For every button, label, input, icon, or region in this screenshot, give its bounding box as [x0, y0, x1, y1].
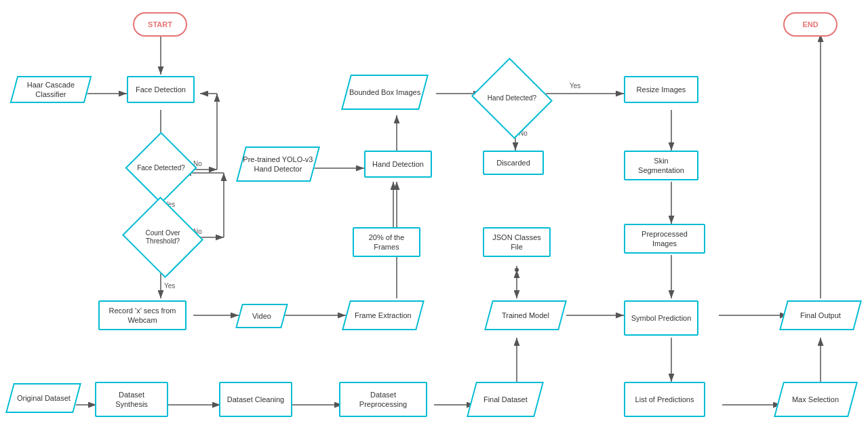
list-predictions-label: List of Predictions: [635, 395, 694, 404]
discarded-node: Discarded: [483, 151, 544, 175]
twenty-percent-node: 20% of the Frames: [353, 227, 420, 257]
discarded-label: Discarded: [496, 158, 530, 167]
original-dataset-node: Original Dataset: [5, 383, 81, 413]
record-webcam-node: Record 'x' secs from Webcam: [98, 300, 186, 330]
hand-detection-node: Hand Detection: [364, 151, 432, 178]
start-label: START: [148, 20, 172, 29]
max-selection-node: Max Selection: [774, 382, 858, 417]
bounded-box-label: Bounded Box Images: [349, 87, 420, 97]
trained-model-node: Trained Model: [484, 300, 567, 330]
haar-cascade-node: Haar Cascade Classifier: [10, 76, 92, 103]
hand-detection-label: Hand Detection: [372, 159, 424, 169]
face-detection-label: Face Detection: [136, 85, 186, 94]
resize-images-node: Resize Images: [624, 76, 698, 103]
dataset-cleaning-node: Dataset Cleaning: [219, 382, 292, 417]
dataset-preprocessing-node: Dataset Preprocessing: [339, 382, 427, 417]
dataset-preprocessing-label: Dataset Preprocessing: [346, 390, 420, 410]
count-threshold-node: Count Over Threshold?: [132, 210, 193, 264]
svg-text:Yes: Yes: [164, 282, 175, 290]
final-dataset-label: Final Dataset: [484, 395, 528, 404]
final-output-label: Final Output: [800, 311, 841, 320]
symbol-prediction-node: Symbol Prediction: [624, 300, 698, 336]
skin-segmentation-node: Skin Segmentation: [624, 151, 698, 180]
dataset-synthesis-node: Dataset Synthesis: [95, 382, 168, 417]
symbol-prediction-label: Symbol Prediction: [631, 313, 692, 323]
list-predictions-node: List of Predictions: [624, 382, 705, 417]
preprocessed-images-label: Preprocessed Images: [631, 229, 698, 249]
twenty-percent-label: 20% of the Frames: [359, 233, 414, 252]
video-node: Video: [235, 304, 288, 328]
count-threshold-label: Count Over Threshold?: [132, 229, 193, 245]
resize-images-label: Resize Images: [637, 85, 686, 94]
end-node: END: [783, 12, 837, 37]
end-label: END: [802, 20, 818, 29]
face-detected-node: Face Detected?: [136, 142, 186, 193]
final-dataset-node: Final Dataset: [467, 382, 544, 417]
svg-point-43: [515, 268, 519, 272]
video-label: Video: [252, 311, 271, 321]
haar-label: Haar Cascade Classifier: [15, 80, 87, 100]
svg-text:Yes: Yes: [570, 82, 580, 90]
frame-extraction-node: Frame Extraction: [342, 300, 425, 330]
dataset-cleaning-label: Dataset Cleaning: [227, 395, 284, 404]
dataset-synthesis-label: Dataset Synthesis: [102, 390, 161, 410]
pretrained-node: Pre-trained YOLO-v3 Hand Detector: [236, 146, 320, 182]
pretrained-label: Pre-trained YOLO-v3 Hand Detector: [242, 155, 314, 174]
face-detected-label: Face Detected?: [137, 164, 185, 172]
hand-detected-node: Hand Detected?: [481, 71, 542, 125]
final-output-node: Final Output: [779, 300, 862, 330]
original-dataset-label: Original Dataset: [17, 393, 71, 403]
hand-detected-label: Hand Detected?: [488, 94, 536, 102]
json-classes-label: JSON Classes File: [490, 233, 544, 252]
frame-extraction-label: Frame Extraction: [355, 311, 412, 320]
trained-model-label: Trained Model: [502, 311, 549, 320]
start-node: START: [133, 12, 187, 37]
record-webcam-label: Record 'x' secs from Webcam: [105, 306, 180, 326]
json-classes-node: JSON Classes File: [483, 227, 551, 257]
max-selection-label: Max Selection: [792, 395, 839, 404]
bounded-box-node: Bounded Box Images: [341, 75, 429, 110]
preprocessed-images-node: Preprocessed Images: [624, 224, 705, 254]
face-detection-node: Face Detection: [127, 76, 195, 103]
skin-segmentation-label: Skin Segmentation: [631, 156, 692, 176]
